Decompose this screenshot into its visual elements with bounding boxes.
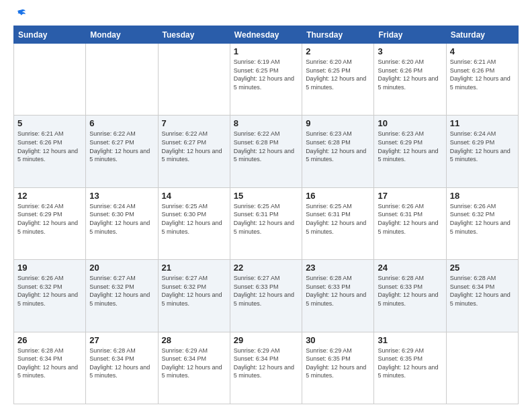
calendar-cell: 11Sunrise: 6:24 AMSunset: 6:29 PMDayligh… bbox=[446, 116, 518, 187]
calendar-header-friday: Friday bbox=[374, 26, 446, 44]
day-number: 8 bbox=[234, 118, 298, 128]
day-number: 2 bbox=[306, 46, 370, 56]
day-number: 31 bbox=[378, 335, 442, 345]
day-info: Sunrise: 6:21 AMSunset: 6:26 PMDaylight:… bbox=[450, 58, 515, 91]
day-info: Sunrise: 6:29 AMSunset: 6:34 PMDaylight:… bbox=[234, 347, 298, 380]
header bbox=[13, 11, 519, 20]
day-number: 21 bbox=[162, 263, 226, 273]
day-info: Sunrise: 6:29 AMSunset: 6:34 PMDaylight:… bbox=[162, 347, 226, 380]
day-number: 15 bbox=[234, 191, 298, 201]
calendar-cell: 15Sunrise: 6:25 AMSunset: 6:31 PMDayligh… bbox=[230, 187, 302, 259]
calendar-week-row: 1Sunrise: 6:19 AMSunset: 6:25 PMDaylight… bbox=[14, 44, 519, 116]
calendar-cell: 4Sunrise: 6:21 AMSunset: 6:26 PMDaylight… bbox=[446, 44, 518, 116]
day-number: 28 bbox=[162, 335, 226, 345]
calendar-cell: 20Sunrise: 6:27 AMSunset: 6:32 PMDayligh… bbox=[86, 260, 158, 332]
calendar-cell: 30Sunrise: 6:29 AMSunset: 6:35 PMDayligh… bbox=[302, 332, 374, 404]
day-number: 29 bbox=[234, 335, 298, 345]
calendar-header-wednesday: Wednesday bbox=[230, 26, 302, 44]
day-number: 1 bbox=[234, 46, 298, 56]
day-info: Sunrise: 6:26 AMSunset: 6:32 PMDaylight:… bbox=[450, 202, 515, 236]
day-info: Sunrise: 6:22 AMSunset: 6:27 PMDaylight:… bbox=[89, 130, 154, 163]
day-number: 11 bbox=[450, 118, 515, 128]
day-number: 13 bbox=[89, 191, 154, 201]
calendar-cell: 9Sunrise: 6:23 AMSunset: 6:28 PMDaylight… bbox=[302, 116, 374, 187]
calendar-cell: 31Sunrise: 6:29 AMSunset: 6:35 PMDayligh… bbox=[374, 332, 446, 404]
calendar-header-thursday: Thursday bbox=[302, 26, 374, 44]
day-info: Sunrise: 6:25 AMSunset: 6:31 PMDaylight:… bbox=[234, 202, 298, 236]
day-number: 12 bbox=[17, 191, 82, 201]
logo bbox=[13, 11, 27, 20]
calendar-cell: 28Sunrise: 6:29 AMSunset: 6:34 PMDayligh… bbox=[158, 332, 230, 404]
day-info: Sunrise: 6:23 AMSunset: 6:28 PMDaylight:… bbox=[306, 130, 370, 163]
day-info: Sunrise: 6:25 AMSunset: 6:31 PMDaylight:… bbox=[306, 202, 370, 236]
calendar-cell: 3Sunrise: 6:20 AMSunset: 6:26 PMDaylight… bbox=[374, 44, 446, 116]
day-info: Sunrise: 6:26 AMSunset: 6:32 PMDaylight:… bbox=[17, 274, 82, 308]
calendar-cell: 10Sunrise: 6:23 AMSunset: 6:29 PMDayligh… bbox=[374, 116, 446, 187]
day-info: Sunrise: 6:20 AMSunset: 6:26 PMDaylight:… bbox=[378, 58, 442, 91]
calendar-cell bbox=[158, 44, 230, 116]
calendar-cell: 14Sunrise: 6:25 AMSunset: 6:30 PMDayligh… bbox=[158, 187, 230, 259]
day-number: 16 bbox=[306, 191, 370, 201]
day-info: Sunrise: 6:29 AMSunset: 6:35 PMDaylight:… bbox=[306, 347, 370, 380]
day-number: 26 bbox=[17, 335, 82, 345]
calendar-cell: 13Sunrise: 6:24 AMSunset: 6:30 PMDayligh… bbox=[86, 187, 158, 259]
calendar-cell: 6Sunrise: 6:22 AMSunset: 6:27 PMDaylight… bbox=[86, 116, 158, 187]
calendar-cell: 24Sunrise: 6:28 AMSunset: 6:33 PMDayligh… bbox=[374, 260, 446, 332]
calendar-header-row: SundayMondayTuesdayWednesdayThursdayFrid… bbox=[14, 26, 519, 44]
calendar-cell: 25Sunrise: 6:28 AMSunset: 6:34 PMDayligh… bbox=[446, 260, 518, 332]
calendar-cell: 16Sunrise: 6:25 AMSunset: 6:31 PMDayligh… bbox=[302, 187, 374, 259]
day-number: 19 bbox=[17, 263, 82, 273]
calendar-cell: 19Sunrise: 6:26 AMSunset: 6:32 PMDayligh… bbox=[14, 260, 86, 332]
day-number: 25 bbox=[450, 263, 515, 273]
calendar-cell: 7Sunrise: 6:22 AMSunset: 6:27 PMDaylight… bbox=[158, 116, 230, 187]
calendar-cell: 23Sunrise: 6:28 AMSunset: 6:33 PMDayligh… bbox=[302, 260, 374, 332]
calendar-header-saturday: Saturday bbox=[446, 26, 518, 44]
day-number: 10 bbox=[378, 118, 442, 128]
calendar-cell bbox=[86, 44, 158, 116]
calendar-table: SundayMondayTuesdayWednesdayThursdayFrid… bbox=[13, 26, 519, 404]
day-number: 23 bbox=[306, 263, 370, 273]
logo-bird-icon bbox=[15, 8, 27, 20]
day-info: Sunrise: 6:22 AMSunset: 6:28 PMDaylight:… bbox=[234, 130, 298, 163]
calendar-cell: 29Sunrise: 6:29 AMSunset: 6:34 PMDayligh… bbox=[230, 332, 302, 404]
day-info: Sunrise: 6:20 AMSunset: 6:25 PMDaylight:… bbox=[306, 58, 370, 91]
calendar-cell: 21Sunrise: 6:27 AMSunset: 6:32 PMDayligh… bbox=[158, 260, 230, 332]
calendar-cell: 27Sunrise: 6:28 AMSunset: 6:34 PMDayligh… bbox=[86, 332, 158, 404]
calendar-cell: 18Sunrise: 6:26 AMSunset: 6:32 PMDayligh… bbox=[446, 187, 518, 259]
day-number: 22 bbox=[234, 263, 298, 273]
calendar-week-row: 12Sunrise: 6:24 AMSunset: 6:29 PMDayligh… bbox=[14, 187, 519, 259]
calendar-cell: 26Sunrise: 6:28 AMSunset: 6:34 PMDayligh… bbox=[14, 332, 86, 404]
calendar-cell: 5Sunrise: 6:21 AMSunset: 6:26 PMDaylight… bbox=[14, 116, 86, 187]
day-info: Sunrise: 6:28 AMSunset: 6:33 PMDaylight:… bbox=[378, 274, 442, 308]
day-number: 17 bbox=[378, 191, 442, 201]
day-number: 24 bbox=[378, 263, 442, 273]
calendar-cell: 8Sunrise: 6:22 AMSunset: 6:28 PMDaylight… bbox=[230, 116, 302, 187]
day-number: 7 bbox=[162, 118, 226, 128]
day-info: Sunrise: 6:27 AMSunset: 6:33 PMDaylight:… bbox=[234, 274, 298, 308]
calendar-week-row: 19Sunrise: 6:26 AMSunset: 6:32 PMDayligh… bbox=[14, 260, 519, 332]
day-number: 27 bbox=[89, 335, 154, 345]
calendar-cell: 12Sunrise: 6:24 AMSunset: 6:29 PMDayligh… bbox=[14, 187, 86, 259]
calendar-cell bbox=[446, 332, 518, 404]
calendar-week-row: 5Sunrise: 6:21 AMSunset: 6:26 PMDaylight… bbox=[14, 116, 519, 187]
calendar-cell: 17Sunrise: 6:26 AMSunset: 6:31 PMDayligh… bbox=[374, 187, 446, 259]
day-info: Sunrise: 6:29 AMSunset: 6:35 PMDaylight:… bbox=[378, 347, 442, 380]
calendar-header-monday: Monday bbox=[86, 26, 158, 44]
day-info: Sunrise: 6:27 AMSunset: 6:32 PMDaylight:… bbox=[162, 274, 226, 308]
day-number: 6 bbox=[89, 118, 154, 128]
day-info: Sunrise: 6:23 AMSunset: 6:29 PMDaylight:… bbox=[378, 130, 442, 163]
day-number: 20 bbox=[89, 263, 154, 273]
day-number: 30 bbox=[306, 335, 370, 345]
day-info: Sunrise: 6:22 AMSunset: 6:27 PMDaylight:… bbox=[162, 130, 226, 163]
day-info: Sunrise: 6:28 AMSunset: 6:34 PMDaylight:… bbox=[450, 274, 515, 308]
day-number: 14 bbox=[162, 191, 226, 201]
calendar-week-row: 26Sunrise: 6:28 AMSunset: 6:34 PMDayligh… bbox=[14, 332, 519, 404]
calendar-header-tuesday: Tuesday bbox=[158, 26, 230, 44]
day-info: Sunrise: 6:19 AMSunset: 6:25 PMDaylight:… bbox=[234, 58, 298, 91]
day-info: Sunrise: 6:26 AMSunset: 6:31 PMDaylight:… bbox=[378, 202, 442, 236]
calendar-header-sunday: Sunday bbox=[14, 26, 86, 44]
day-info: Sunrise: 6:27 AMSunset: 6:32 PMDaylight:… bbox=[89, 274, 154, 308]
day-info: Sunrise: 6:28 AMSunset: 6:34 PMDaylight:… bbox=[17, 347, 82, 380]
day-info: Sunrise: 6:24 AMSunset: 6:29 PMDaylight:… bbox=[17, 202, 82, 236]
day-info: Sunrise: 6:24 AMSunset: 6:29 PMDaylight:… bbox=[450, 130, 515, 163]
